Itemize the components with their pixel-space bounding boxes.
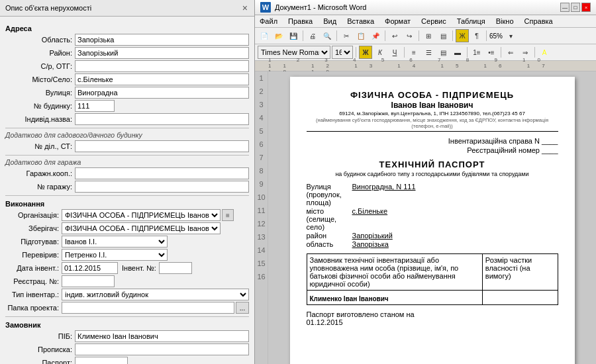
tb-sep3: [385, 30, 385, 41]
tb-preview-button[interactable]: 🔍: [321, 29, 334, 42]
doc-addr-oblast: область Запорізька: [307, 240, 558, 248]
doc-org-name: ФІЗИЧНА ОСОБА - ПІДПРИЄМЕЦЬ: [307, 90, 558, 100]
tb-sep4: [419, 30, 419, 41]
label-zberihach: Зберігач:: [5, 224, 62, 232]
input-dilnytsia[interactable]: [75, 140, 249, 152]
close-window-button[interactable]: ×: [581, 3, 591, 12]
doc-address-block: Вулиця (провулок, площа) Виноградна, N 1…: [307, 183, 558, 248]
tb-active-button[interactable]: Ж: [456, 29, 469, 42]
input-propyska[interactable]: [75, 343, 249, 355]
input-misto[interactable]: [75, 73, 249, 85]
input-indiv[interactable]: [75, 113, 249, 125]
input-folder[interactable]: [62, 302, 234, 314]
doc-person-name: Іванов Іван Іванович: [307, 101, 558, 110]
left-panel: Опис об'єкта нерухомості × Адреса Област…: [0, 0, 255, 364]
select-pidiutuv[interactable]: Іванов І.І.: [62, 236, 168, 248]
tb-pilcrow-button[interactable]: ¶: [470, 29, 483, 42]
menu-dovidka[interactable]: Справка: [522, 17, 555, 26]
input-reiestr[interactable]: [62, 275, 115, 287]
menu-tablytsia[interactable]: Таблиця: [455, 17, 487, 26]
tb-col-button[interactable]: ▤: [436, 29, 450, 42]
select-zberihach[interactable]: ФІЗИЧНА ОСОБА - ПІДПРИЄМЕЦЬ Іванов Іван …: [62, 222, 221, 234]
input-invent-no[interactable]: [159, 262, 192, 274]
menu-pravka[interactable]: Правка: [286, 17, 315, 26]
menu-vstavka[interactable]: Вставка: [345, 17, 376, 26]
select-typinvent[interactable]: індив. житловий будинок: [62, 289, 249, 300]
label-invent-no: Інвент. №:: [122, 264, 156, 272]
input-koop[interactable]: [75, 167, 249, 179]
field-vulytsya: Вулиця:: [5, 87, 249, 99]
input-pasport[interactable]: [75, 357, 128, 364]
label-oblast: Область:: [5, 36, 75, 44]
menu-vyd[interactable]: Вид: [321, 17, 338, 26]
tb-sep2: [336, 30, 337, 41]
section-vykonannya-header: Виконання: [5, 200, 249, 208]
field-sorp: С/р, ОТГ:: [5, 60, 249, 72]
input-vulytsya[interactable]: [75, 87, 249, 99]
word-main-area: 1 2 3 4 5 6 7 8 9 10 11 12 13 14 15 16 Ф…: [255, 71, 596, 364]
field-orhanizatsiya: Організація: ФІЗИЧНА ОСОБА - ПІДПРИЄМЕЦЬ…: [5, 209, 249, 221]
doc-oblast-value: Запорізька: [352, 240, 389, 248]
input-pib[interactable]: [75, 330, 249, 342]
tb-new-button[interactable]: 📄: [258, 29, 271, 42]
doc-customer-table: Замовник технічної інвентаризації або уп…: [307, 253, 558, 305]
doc-rayon-value: Запорізький: [352, 232, 393, 240]
label-vulytsya: Вулиця:: [5, 89, 75, 97]
field-pasport: Паспорт:: [5, 357, 249, 364]
input-oblast[interactable]: [75, 34, 249, 46]
menu-servis[interactable]: Сервис: [419, 17, 448, 26]
ruler: 1 2 3 4 5 6 7 8 9 10 11 12 13 14 15 16 1…: [255, 61, 596, 71]
field-pib: ПІБ:: [5, 330, 249, 342]
field-zberihach: Зберігач: ФІЗИЧНА ОСОБА - ПІДПРИЄМЕЦЬ Ів…: [5, 222, 249, 234]
label-pidiutuv: Підготував:: [5, 238, 62, 246]
minimize-button[interactable]: —: [560, 3, 570, 12]
folder-browse-button[interactable]: ...: [236, 302, 249, 314]
input-sorp[interactable]: [75, 60, 249, 72]
field-folder: Папка проекта: ...: [5, 302, 249, 314]
tb-save-button[interactable]: 💾: [287, 29, 300, 42]
word-menubar: Файл Правка Вид Вставка Формат Сервис Та…: [255, 15, 596, 28]
doc-footer-line1: Паспорт виготовлено станом на: [307, 310, 558, 318]
tb-fmt-sep2: [404, 47, 405, 58]
word-app-icon: W: [260, 2, 271, 13]
select-pereviriv[interactable]: Петренко І.І.: [62, 249, 168, 261]
tb-print-button[interactable]: 🖨: [306, 29, 319, 42]
input-rayon[interactable]: [75, 47, 249, 59]
doc-reiestr-number: Реєстраційний номер ____: [307, 146, 558, 154]
doc-addr-rayon: район Запорізький: [307, 232, 558, 240]
field-oblast: Область:: [5, 34, 249, 46]
field-indiv: Індивід.назва:: [5, 113, 249, 125]
tb-zoom-dropdown[interactable]: ▾: [504, 29, 517, 42]
select-orhanizatsiya[interactable]: ФІЗИЧНА ОСОБА - ПІДПРИЄМЕЦЬ Іванов Іван …: [62, 209, 221, 221]
orhanizatsiya-icon[interactable]: ≡: [222, 209, 234, 221]
field-rayon: Район:: [5, 47, 249, 59]
field-pidiutuv: Підготував: Іванов І.І.: [5, 236, 249, 248]
input-garazh-no[interactable]: [75, 181, 249, 193]
tb-open-button[interactable]: 📂: [272, 29, 285, 42]
input-budynok[interactable]: [75, 100, 115, 112]
doc-sub-title: на будинок садибного типу з господарськи…: [307, 171, 558, 177]
tb-fmt-sep1: [356, 47, 356, 58]
input-data-invent[interactable]: [62, 262, 118, 274]
menu-format[interactable]: Формат: [383, 17, 413, 26]
section-address-header: Адреса: [5, 24, 249, 32]
close-button[interactable]: ×: [241, 3, 249, 13]
tb-table-button[interactable]: ⊞: [422, 29, 435, 42]
tb-undo-button[interactable]: ↩: [388, 29, 401, 42]
tb-fmt-sep5: [534, 47, 535, 58]
tb-paste-button[interactable]: 📌: [369, 29, 382, 42]
menu-fayl[interactable]: Файл: [258, 17, 279, 26]
doc-rayon-label: район: [307, 232, 350, 240]
tb-copy-button[interactable]: 📋: [354, 29, 368, 42]
section-garazh-header: Додатково для гаража: [5, 158, 249, 166]
word-toolbar-standard: 📄 📂 💾 🖨 🔍 ✂ 📋 📌 ↩ ↪ ⊞ ▤ Ж ¶ 65% ▾: [255, 28, 596, 44]
section-zamovnyk-header: Замовник: [5, 321, 249, 329]
menu-vikno[interactable]: Вікно: [494, 17, 516, 26]
maximize-button[interactable]: □: [571, 3, 580, 12]
label-propyskaLabel: Прописка:: [5, 345, 75, 353]
label-rayon: Район:: [5, 49, 75, 57]
label-dilnytsia: № діл., СТ:: [5, 142, 75, 150]
doc-addr-street: Вулиця (провулок, площа) Виноградна, N 1…: [307, 183, 558, 206]
tb-redo-button[interactable]: ↪: [403, 29, 416, 42]
tb-cut-button[interactable]: ✂: [340, 29, 353, 42]
